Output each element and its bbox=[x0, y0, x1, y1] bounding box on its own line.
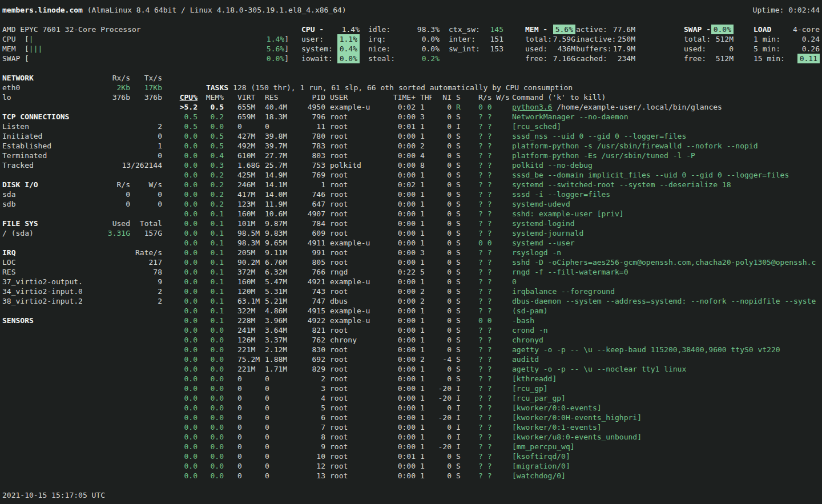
user-cell: root bbox=[330, 180, 374, 189]
process-row: >5.2 0.5 655M 40.4M 4950 example-u 0:02 … bbox=[179, 102, 822, 112]
nice-cell: 0 bbox=[436, 316, 452, 325]
status-cell: S bbox=[456, 228, 463, 238]
header-nice[interactable]: NI bbox=[436, 92, 452, 102]
irq-rate-value: 9 bbox=[82, 277, 162, 287]
tasks-counts: 128 (150 thr), 1 run, 61 slp, 66 oth bbox=[233, 83, 394, 92]
stat-value: 0.26 bbox=[802, 44, 820, 54]
res-cell: 3.64M bbox=[265, 325, 291, 335]
user-cell: root bbox=[330, 122, 374, 131]
gauge-percent: 0.0% bbox=[267, 54, 284, 63]
header-command[interactable]: Command ('k' to kill) bbox=[512, 92, 822, 102]
command-cell: [rcu_sched] bbox=[512, 122, 822, 131]
nice-cell: 0 bbox=[436, 248, 452, 257]
pid-cell: 991 bbox=[296, 248, 325, 257]
tx-value: 376b bbox=[130, 92, 162, 102]
io-rates-cell: ? ? bbox=[478, 364, 510, 374]
mem-percent-cell: 0.0 bbox=[206, 451, 224, 461]
header-mem-percent[interactable]: MEM% bbox=[206, 92, 224, 102]
command-text: auditd bbox=[512, 355, 539, 364]
cpu-percent-cell: 0.0 bbox=[179, 219, 198, 228]
command-cell: systemd-logind bbox=[512, 219, 822, 228]
io-rates-cell: ? ? bbox=[478, 170, 510, 180]
user-cell: root bbox=[330, 219, 374, 228]
res-cell: 9.83M bbox=[265, 228, 291, 238]
header-res[interactable]: RES bbox=[265, 92, 291, 102]
process-row: 0.0 0.4 610M 27.7M 803 root 0:00 4 0 S ?… bbox=[179, 151, 822, 160]
virt-cell: 492M bbox=[237, 141, 264, 151]
stat-row: MEM -5.6% bbox=[525, 25, 575, 34]
command-text: sshd -D -oCiphers=aes256-gcm@openssh.com… bbox=[512, 258, 816, 267]
cpu-time-cell: 0:00 bbox=[390, 403, 416, 413]
cpu-percent-cell: 0.0 bbox=[179, 257, 198, 267]
cpu-percent-cell: >5.2 bbox=[179, 102, 198, 112]
mem-percent-cell: 0.0 bbox=[206, 354, 224, 364]
res-cell: 1.88M bbox=[265, 354, 291, 364]
status-cell: S bbox=[456, 189, 463, 199]
res-cell: 39.7M bbox=[265, 141, 291, 151]
header-threads[interactable]: THR bbox=[420, 92, 432, 102]
command-text: platform-python -s /usr/sbin/firewalld -… bbox=[512, 142, 757, 150]
command-text: systemd --switched-root --system --deser… bbox=[512, 180, 731, 189]
cpu-percent-cell: 0.5 bbox=[179, 112, 198, 122]
virt-cell: 0 bbox=[237, 442, 264, 451]
status-cell: I bbox=[456, 393, 463, 403]
mem-percent-cell: 0.0 bbox=[206, 122, 224, 131]
stat-row: total:7.59G bbox=[525, 34, 575, 44]
process-row: 0.5 0.2 659M 18.3M 796 root 0:00 3 0 S ?… bbox=[179, 112, 822, 122]
tcp-stat-name: Tracked bbox=[2, 160, 82, 170]
threads-cell: 3 bbox=[420, 248, 432, 257]
threads-cell: 1 bbox=[420, 306, 432, 316]
user-cell: root bbox=[330, 403, 374, 413]
header-io-rates[interactable]: R/s W/s bbox=[478, 92, 510, 102]
command-text: platform-python -Es /usr/sbin/tuned -l -… bbox=[512, 151, 695, 160]
cpu-percent-cell: 0.0 bbox=[179, 189, 198, 199]
gauge-label: MEM bbox=[2, 44, 25, 54]
user-cell: example-u bbox=[330, 316, 374, 325]
nice-cell: 0 bbox=[436, 267, 452, 277]
cpu-percent-cell: 0.0 bbox=[179, 403, 198, 413]
process-row: 0.0 0.1 120M 5.31M 743 root 0:00 2 0 S ?… bbox=[179, 287, 822, 296]
command-cell: [ksoftirqd/0] bbox=[512, 451, 822, 461]
tcp-stat-value: 2 bbox=[82, 122, 162, 131]
cpu-time-cell: 0:00 bbox=[390, 199, 416, 209]
io-rates-cell: ? ? bbox=[478, 199, 510, 209]
pid-cell: 3 bbox=[296, 384, 325, 393]
io-rates-cell: ? ? bbox=[478, 209, 510, 219]
mem-percent-cell: 0.0 bbox=[206, 335, 224, 345]
io-rates-cell: ? ? bbox=[478, 393, 510, 403]
threads-cell: 1 bbox=[420, 325, 432, 335]
header-user[interactable]: USER bbox=[330, 92, 374, 102]
pid-cell: 803 bbox=[296, 151, 325, 160]
filesystem-section: FILE SYS Used Total / (sda) 3.31G 157G bbox=[2, 219, 162, 238]
command-text: 0 bbox=[512, 277, 517, 286]
io-rates-cell: ? ? bbox=[478, 471, 510, 481]
stat-label: SWAP - bbox=[684, 25, 711, 34]
header-status[interactable]: S bbox=[456, 92, 463, 102]
process-row: 0.0 0.0 0 0 6 root 0:00 1 -20 I ? ? [kwo… bbox=[179, 413, 822, 422]
nice-cell: -4 bbox=[436, 354, 452, 364]
nice-cell: 0 bbox=[436, 131, 452, 141]
header-cpu-percent[interactable]: CPU% bbox=[179, 92, 198, 102]
res-cell: 5.21M bbox=[265, 296, 291, 306]
virt-cell: 0 bbox=[237, 422, 264, 432]
command-cell: systemd-journald bbox=[512, 228, 822, 238]
status-cell: S bbox=[456, 248, 463, 257]
nice-cell: 0 bbox=[436, 189, 452, 199]
process-row: 0.0 0.0 0 0 2 root 0:00 1 0 S ? ? [kthre… bbox=[179, 374, 822, 384]
header-time[interactable]: TIME+ bbox=[390, 92, 416, 102]
header-pid[interactable]: PID bbox=[296, 92, 325, 102]
tcp-stat-value: 0 bbox=[82, 131, 162, 141]
irq-rate-value: 2 bbox=[82, 296, 162, 306]
mem-percent-cell: 0.0 bbox=[206, 393, 224, 403]
stat-row: ctx_sw:145 bbox=[449, 25, 503, 34]
interface-name: eth0 bbox=[2, 83, 97, 92]
io-rates-cell: ? ? bbox=[478, 296, 510, 306]
irq-rate-value: 217 bbox=[82, 257, 162, 267]
header-virt[interactable]: VIRT bbox=[237, 92, 264, 102]
cpu-time-cell: 0:00 bbox=[390, 306, 416, 316]
pid-cell: 4907 bbox=[296, 209, 325, 219]
io-rates-cell: ? ? bbox=[478, 219, 510, 228]
user-cell: chrony bbox=[330, 335, 374, 345]
virt-cell: 63.1M bbox=[237, 296, 264, 306]
io-rates-cell: ? ? bbox=[478, 374, 510, 384]
